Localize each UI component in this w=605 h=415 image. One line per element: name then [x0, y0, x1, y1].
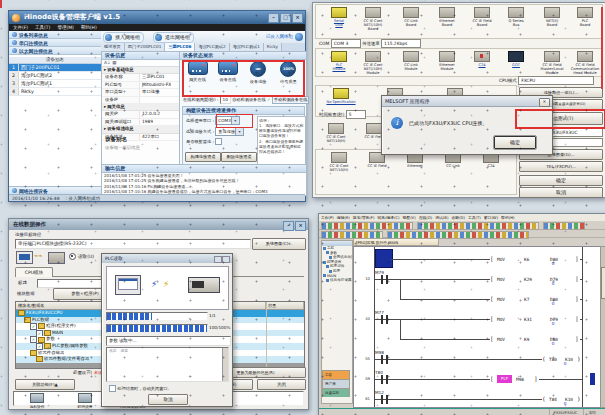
module-item[interactable]: C24 [465, 51, 499, 67]
toolbar-icons[interactable] [321, 222, 413, 230]
menu-item[interactable]: 工程(P) [321, 214, 334, 221]
menu-item[interactable]: 工具(T) [468, 214, 481, 221]
speed-value-box[interactable]: 115.2Kbps [381, 39, 421, 48]
module-item[interactable]: CC IE Field Communication Head Module [568, 51, 602, 75]
nav-button[interactable]: 用户库 [322, 379, 350, 388]
tel-button[interactable]: TEL (FXCPU)... [519, 161, 603, 172]
nav-button[interactable]: 工程 [322, 370, 350, 379]
ladder-editor-area[interactable]: [MOVK6D80]010M79[MOVK29D79]0[MOVK7D80]04… [353, 246, 601, 408]
tab-cpu-module[interactable]: CPU模块 [15, 267, 53, 277]
property-row[interactable]: 设备名称三菱PLC01 [102, 74, 180, 81]
menu-item[interactable]: 诊断(D) [451, 214, 464, 221]
close-button[interactable]: 关闭 [257, 379, 306, 390]
scrollbar[interactable] [600, 246, 605, 408]
window-button[interactable]: – [268, 13, 279, 23]
device-tab[interactable]: Ricky [264, 43, 282, 51]
time-check-box[interactable]: 5 [346, 110, 366, 119]
device-tab[interactable]: 海尔PLC测试2 [195, 43, 229, 51]
progress-result-list[interactable]: 状态 进度 [106, 347, 229, 382]
tree-item[interactable]: 软元件存储器 [322, 278, 352, 283]
menu-item[interactable]: 工具(T) [35, 24, 50, 31]
nav-button[interactable]: 连接目标 [322, 388, 350, 397]
window-button[interactable]: – [283, 221, 294, 231]
module-item[interactable]: CC IE Cont NET(/10H) Board [356, 7, 390, 31]
melsoft-ok-button[interactable]: 确定 [494, 136, 536, 149]
module-item[interactable]: CC IE Cont NET/10(H) [319, 123, 353, 143]
property-category[interactable]: ▸网关信息 [102, 104, 180, 111]
sidebar-bottom-item[interactable]: 网络连接设备 [9, 186, 101, 194]
chevron-down-icon[interactable]: ▾ [231, 117, 239, 124]
output-log[interactable]: 2016/11/08 17:01:25 设备连接通道关闭！2016/11/08 … [102, 173, 306, 194]
remove-channel-button[interactable]: 删除连接通道 [221, 152, 257, 162]
device-row[interactable]: 3海尔PLC测试1 [9, 80, 101, 88]
menu-item[interactable]: 管理(M) [57, 24, 73, 31]
auto-close-checkbox[interactable] [109, 385, 116, 392]
related-functions-button[interactable]: 关联功能(F)▲ [15, 379, 75, 390]
device-tab[interactable]: 概述首页 [101, 43, 125, 51]
device-tab[interactable]: 西门子200PLC01 [125, 43, 166, 51]
mode-combo[interactable]: 直连连接▾ [215, 127, 244, 136]
leave-network-button[interactable]: 退出网络组 [153, 32, 194, 43]
window-button[interactable]: × [295, 221, 306, 231]
module-item[interactable]: GOT [499, 51, 533, 67]
menu-item[interactable]: 帮助(H) [501, 214, 514, 221]
sidebar-section[interactable]: 串口连接信息 [9, 39, 101, 47]
property-row[interactable]: 网关IP12.0.0.2 [102, 111, 180, 118]
module-item[interactable]: Serial USB [322, 7, 356, 27]
dialog-titlebar[interactable]: 在线数据操作 –× [9, 219, 308, 230]
close-icon[interactable] [222, 256, 230, 263]
module-item[interactable]: Q Series Bus [499, 7, 533, 27]
column-separator[interactable] [266, 302, 267, 368]
remap-checkbox[interactable] [215, 138, 222, 145]
ok-button[interactable]: 确定 [519, 175, 603, 186]
menu-item[interactable]: 调试(B) [435, 214, 448, 221]
scrollbar[interactable] [222, 348, 228, 381]
menu-item[interactable]: 帮助(H) [81, 24, 97, 31]
menu-item[interactable]: 文件(F) [13, 24, 28, 31]
menu-item[interactable]: 在线(O) [419, 214, 433, 221]
property-category[interactable]: ▸设备描述信息 [102, 126, 180, 133]
module-item[interactable]: CC IE Field Master/Local Module [535, 51, 569, 75]
menu-item[interactable]: 转换/编译(C) [377, 214, 399, 221]
document-tab[interactable]: [PRG]监视 执行中 MAIN [353, 238, 439, 246]
menu-item[interactable]: 搜索/替换(F) [353, 214, 375, 221]
property-row[interactable]: 网关调试端口1989 [102, 119, 180, 126]
window-button[interactable]: □ [280, 13, 291, 23]
module-item[interactable]: CC IE Cont NET/10(H) [322, 152, 356, 172]
property-grid-toolbar[interactable]: A↓ ▦ [102, 60, 180, 67]
cycle-input[interactable]: 10 [220, 96, 231, 104]
melsoft-titlebar[interactable]: MELSOFT 应用程序 × [382, 96, 552, 107]
property-category[interactable]: ▸设备基础信息 [102, 67, 180, 74]
property-row[interactable]: PLC型号Mitsubishi-FX [102, 82, 180, 89]
progress-titlebar[interactable]: PLC读取 [102, 254, 232, 263]
module-item[interactable]: CC IE Cont NET(/10H) Module [356, 51, 390, 75]
related-function-item[interactable]: 远程操作 [18, 393, 56, 404]
module-item[interactable]: CC IE Field Board [465, 7, 499, 27]
chevron-down-icon[interactable]: ▾ [235, 128, 243, 135]
module-item[interactable]: Ethernet Module [430, 51, 464, 71]
related-function-item[interactable]: 时钟设置 [66, 393, 104, 404]
radio-option[interactable]: 读取(U) [69, 253, 94, 260]
sidebar-section[interactable]: 以太网连接信息 [9, 47, 101, 55]
property-row[interactable]: 设备IP [102, 97, 180, 104]
no-specification-item[interactable]: No Specification [324, 88, 358, 104]
module-item[interactable]: NET(II) Board [535, 7, 569, 27]
module-item[interactable]: Ethernet Board [430, 7, 464, 27]
device-row[interactable]: 4Ricky [9, 88, 101, 96]
cancel-button[interactable]: 取消 [148, 394, 188, 405]
build-channel-button[interactable]: 构建连接通道 [185, 152, 221, 162]
device-row[interactable]: 2海尔PLC测试2 [9, 72, 101, 80]
device-tab[interactable]: 三菱PLC06 [165, 43, 195, 51]
property-row[interactable]: 串口类型串口连接 [102, 89, 180, 96]
toolbar-icons[interactable] [417, 222, 539, 230]
window-titlebar[interactable]: Hinode设备管理客户端 v1.5 –□× [9, 11, 305, 24]
module-item[interactable]: PLC Board [568, 7, 602, 27]
scrollbar-thumb[interactable] [601, 267, 605, 299]
device-row[interactable]: 1西门子200PLC01 [9, 64, 101, 72]
window-button[interactable]: × [292, 13, 303, 23]
port-combo[interactable]: COM3▾ [215, 116, 240, 125]
join-network-button[interactable]: 接入网络组 [103, 32, 144, 43]
auto-detect-checkbox[interactable]: ✓ [267, 97, 271, 102]
minimize-icon[interactable] [214, 256, 222, 263]
close-icon[interactable]: × [539, 98, 550, 107]
